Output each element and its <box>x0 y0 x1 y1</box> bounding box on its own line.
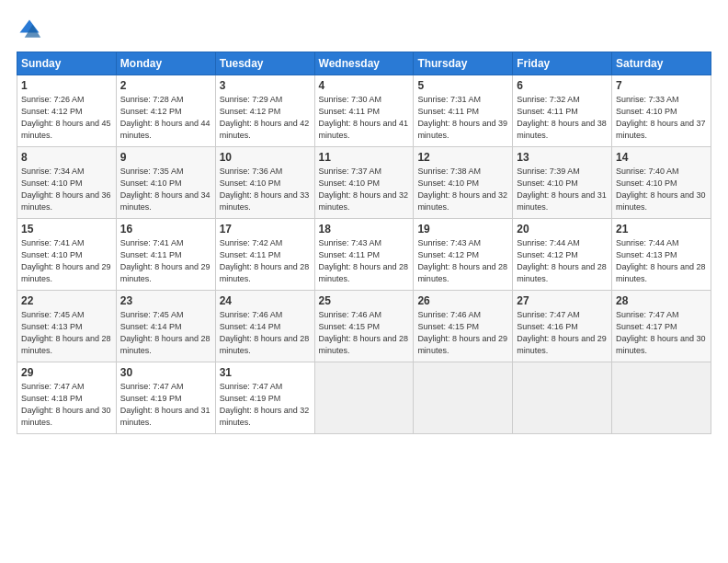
day-number: 5 <box>417 78 508 93</box>
day-cell-17: 17Sunrise: 7:42 AMSunset: 4:11 PMDayligh… <box>215 219 314 291</box>
day-number: 22 <box>21 293 112 308</box>
day-info: Sunrise: 7:41 AMSunset: 4:10 PMDaylight:… <box>21 238 111 282</box>
day-number: 27 <box>517 293 608 308</box>
day-number: 19 <box>417 222 508 236</box>
day-cell-31: 31Sunrise: 7:47 AMSunset: 4:19 PMDayligh… <box>215 362 314 434</box>
day-cell-18: 18Sunrise: 7:43 AMSunset: 4:11 PMDayligh… <box>314 219 414 291</box>
day-info: Sunrise: 7:44 AMSunset: 4:12 PMDaylight:… <box>517 238 607 282</box>
day-cell-20: 20Sunrise: 7:44 AMSunset: 4:12 PMDayligh… <box>513 219 612 291</box>
day-cell-13: 13Sunrise: 7:39 AMSunset: 4:10 PMDayligh… <box>513 147 612 219</box>
day-cell-11: 11Sunrise: 7:37 AMSunset: 4:10 PMDayligh… <box>314 147 414 219</box>
logo-icon <box>17 17 42 42</box>
empty-cell <box>414 362 513 434</box>
day-cell-15: 15Sunrise: 7:41 AMSunset: 4:10 PMDayligh… <box>17 219 117 291</box>
day-info: Sunrise: 7:26 AMSunset: 4:12 PMDaylight:… <box>21 95 111 139</box>
week-row-4: 22Sunrise: 7:45 AMSunset: 4:13 PMDayligh… <box>17 291 711 362</box>
day-info: Sunrise: 7:32 AMSunset: 4:11 PMDaylight:… <box>517 95 607 139</box>
day-number: 10 <box>220 150 311 165</box>
day-cell-14: 14Sunrise: 7:40 AMSunset: 4:10 PMDayligh… <box>612 147 711 219</box>
day-cell-16: 16Sunrise: 7:41 AMSunset: 4:11 PMDayligh… <box>116 219 215 291</box>
day-cell-8: 8Sunrise: 7:34 AMSunset: 4:10 PMDaylight… <box>17 147 117 219</box>
day-info: Sunrise: 7:29 AMSunset: 4:12 PMDaylight:… <box>220 95 310 139</box>
weekday-header-sunday: Sunday <box>17 52 117 75</box>
day-number: 4 <box>319 78 410 93</box>
day-number: 25 <box>319 293 410 308</box>
day-cell-23: 23Sunrise: 7:45 AMSunset: 4:14 PMDayligh… <box>116 291 215 362</box>
day-number: 8 <box>21 150 112 165</box>
day-info: Sunrise: 7:28 AMSunset: 4:12 PMDaylight:… <box>120 95 210 139</box>
day-number: 13 <box>517 150 608 165</box>
day-cell-5: 5Sunrise: 7:31 AMSunset: 4:11 PMDaylight… <box>414 75 513 147</box>
day-cell-26: 26Sunrise: 7:46 AMSunset: 4:15 PMDayligh… <box>414 291 513 362</box>
day-info: Sunrise: 7:39 AMSunset: 4:10 PMDaylight:… <box>517 167 607 211</box>
day-cell-27: 27Sunrise: 7:47 AMSunset: 4:16 PMDayligh… <box>513 291 612 362</box>
day-cell-30: 30Sunrise: 7:47 AMSunset: 4:19 PMDayligh… <box>116 362 215 434</box>
day-info: Sunrise: 7:43 AMSunset: 4:11 PMDaylight:… <box>319 238 409 282</box>
day-cell-7: 7Sunrise: 7:33 AMSunset: 4:10 PMDaylight… <box>612 75 711 147</box>
day-info: Sunrise: 7:45 AMSunset: 4:13 PMDaylight:… <box>21 310 111 354</box>
day-info: Sunrise: 7:47 AMSunset: 4:19 PMDaylight:… <box>220 382 310 426</box>
day-info: Sunrise: 7:33 AMSunset: 4:10 PMDaylight:… <box>616 95 706 139</box>
day-cell-29: 29Sunrise: 7:47 AMSunset: 4:18 PMDayligh… <box>17 362 117 434</box>
day-number: 23 <box>120 293 211 308</box>
day-number: 17 <box>220 222 311 236</box>
day-info: Sunrise: 7:43 AMSunset: 4:12 PMDaylight:… <box>417 238 507 282</box>
day-cell-1: 1Sunrise: 7:26 AMSunset: 4:12 PMDaylight… <box>17 75 117 147</box>
day-number: 15 <box>21 222 112 236</box>
day-cell-3: 3Sunrise: 7:29 AMSunset: 4:12 PMDaylight… <box>215 75 314 147</box>
day-info: Sunrise: 7:36 AMSunset: 4:10 PMDaylight:… <box>220 167 310 211</box>
weekday-header-monday: Monday <box>116 52 215 75</box>
day-info: Sunrise: 7:47 AMSunset: 4:18 PMDaylight:… <box>21 382 111 426</box>
day-info: Sunrise: 7:37 AMSunset: 4:10 PMDaylight:… <box>319 167 409 211</box>
day-number: 31 <box>220 365 311 380</box>
day-number: 16 <box>120 222 211 236</box>
day-cell-19: 19Sunrise: 7:43 AMSunset: 4:12 PMDayligh… <box>414 219 513 291</box>
day-number: 26 <box>417 293 508 308</box>
day-cell-21: 21Sunrise: 7:44 AMSunset: 4:13 PMDayligh… <box>612 219 711 291</box>
day-info: Sunrise: 7:44 AMSunset: 4:13 PMDaylight:… <box>616 238 706 282</box>
page: SundayMondayTuesdayWednesdayThursdayFrid… <box>0 0 728 563</box>
day-number: 6 <box>517 78 608 93</box>
day-number: 20 <box>517 222 608 236</box>
week-row-1: 1Sunrise: 7:26 AMSunset: 4:12 PMDaylight… <box>17 75 711 147</box>
day-info: Sunrise: 7:47 AMSunset: 4:19 PMDaylight:… <box>120 382 210 426</box>
day-cell-4: 4Sunrise: 7:30 AMSunset: 4:11 PMDaylight… <box>314 75 414 147</box>
day-number: 1 <box>21 78 112 93</box>
day-number: 7 <box>616 78 707 93</box>
weekday-header-saturday: Saturday <box>612 52 711 75</box>
day-number: 12 <box>417 150 508 165</box>
day-cell-6: 6Sunrise: 7:32 AMSunset: 4:11 PMDaylight… <box>513 75 612 147</box>
day-cell-22: 22Sunrise: 7:45 AMSunset: 4:13 PMDayligh… <box>17 291 117 362</box>
day-number: 30 <box>120 365 211 380</box>
day-info: Sunrise: 7:40 AMSunset: 4:10 PMDaylight:… <box>616 167 706 211</box>
day-number: 24 <box>220 293 311 308</box>
day-info: Sunrise: 7:46 AMSunset: 4:15 PMDaylight:… <box>319 310 409 354</box>
weekday-header-row: SundayMondayTuesdayWednesdayThursdayFrid… <box>17 52 711 75</box>
weekday-header-thursday: Thursday <box>414 52 513 75</box>
day-number: 11 <box>319 150 410 165</box>
empty-cell <box>513 362 612 434</box>
day-cell-10: 10Sunrise: 7:36 AMSunset: 4:10 PMDayligh… <box>215 147 314 219</box>
day-number: 9 <box>120 150 211 165</box>
day-number: 29 <box>21 365 112 380</box>
weekday-header-tuesday: Tuesday <box>215 52 314 75</box>
day-cell-24: 24Sunrise: 7:46 AMSunset: 4:14 PMDayligh… <box>215 291 314 362</box>
day-info: Sunrise: 7:31 AMSunset: 4:11 PMDaylight:… <box>417 95 507 139</box>
day-info: Sunrise: 7:46 AMSunset: 4:15 PMDaylight:… <box>417 310 507 354</box>
day-number: 28 <box>616 293 707 308</box>
day-info: Sunrise: 7:45 AMSunset: 4:14 PMDaylight:… <box>120 310 210 354</box>
day-number: 18 <box>319 222 410 236</box>
day-cell-12: 12Sunrise: 7:38 AMSunset: 4:10 PMDayligh… <box>414 147 513 219</box>
day-number: 3 <box>220 78 311 93</box>
empty-cell <box>314 362 414 434</box>
day-info: Sunrise: 7:41 AMSunset: 4:11 PMDaylight:… <box>120 238 210 282</box>
day-cell-25: 25Sunrise: 7:46 AMSunset: 4:15 PMDayligh… <box>314 291 414 362</box>
week-row-5: 29Sunrise: 7:47 AMSunset: 4:18 PMDayligh… <box>17 362 711 434</box>
weekday-header-friday: Friday <box>513 52 612 75</box>
day-info: Sunrise: 7:34 AMSunset: 4:10 PMDaylight:… <box>21 167 111 211</box>
weekday-header-wednesday: Wednesday <box>314 52 414 75</box>
week-row-3: 15Sunrise: 7:41 AMSunset: 4:10 PMDayligh… <box>17 219 711 291</box>
day-number: 2 <box>120 78 211 93</box>
calendar-table: SundayMondayTuesdayWednesdayThursdayFrid… <box>17 52 711 434</box>
day-info: Sunrise: 7:35 AMSunset: 4:10 PMDaylight:… <box>120 167 210 211</box>
